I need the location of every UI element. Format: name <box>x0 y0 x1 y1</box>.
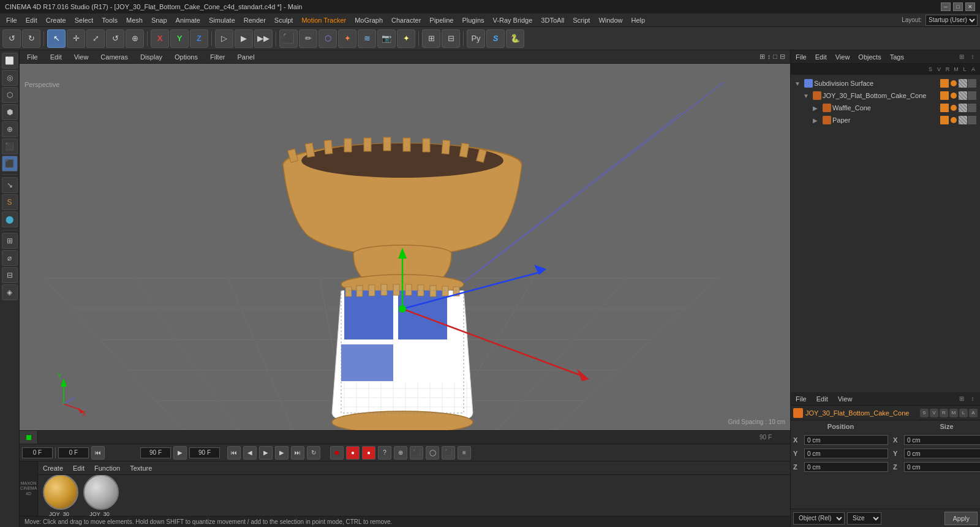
start-frame-input[interactable] <box>58 447 89 458</box>
menu-mesh[interactable]: Mesh <box>123 15 146 25</box>
render-preview-button[interactable]: ▷ <box>215 29 233 48</box>
menu-tools[interactable]: Tools <box>98 15 121 25</box>
end-frame-input-1[interactable] <box>140 447 171 458</box>
goto-start-btn[interactable]: ⏮ <box>227 446 241 460</box>
menu-snap[interactable]: Snap <box>148 15 171 25</box>
obj-badge-checker2[interactable] <box>959 91 967 100</box>
props-badge-4[interactable]: M <box>949 409 958 417</box>
obj-badge-j1[interactable] <box>940 91 949 100</box>
y-axis-button[interactable]: Y <box>170 29 189 48</box>
environ-button[interactable]: ≋ <box>358 29 376 48</box>
menu-sculpt[interactable]: Sculpt <box>271 15 297 25</box>
menu-edit[interactable]: Edit <box>22 15 41 25</box>
left-tool-point[interactable]: ⊕ <box>2 121 18 137</box>
x-axis-button[interactable]: X <box>151 29 169 48</box>
record-ques-btn[interactable]: ? <box>378 446 391 460</box>
obj-badge-checker4[interactable] <box>959 116 967 124</box>
props-size-y-input[interactable] <box>904 449 980 458</box>
props-badge-1[interactable]: S <box>920 409 929 417</box>
obj-badge-gray2[interactable] <box>968 91 976 100</box>
left-tool-s2[interactable]: S <box>2 194 18 210</box>
vp-menu-view[interactable]: View <box>72 52 91 62</box>
obj-row-waffle[interactable]: ▶ Waffle_Cone <box>793 102 978 114</box>
obj-badge-p1[interactable] <box>940 116 949 124</box>
menu-create[interactable]: Create <box>42 15 70 25</box>
menu-window[interactable]: Window <box>595 15 626 25</box>
obj-expand-subdivision[interactable]: ▼ <box>794 80 803 87</box>
props-size-z-input[interactable] <box>904 462 980 472</box>
menu-character[interactable]: Character <box>388 15 424 25</box>
props-pos-x-input[interactable] <box>804 435 888 445</box>
play-btn[interactable]: ▶ <box>259 446 273 460</box>
obj-badge-s1[interactable] <box>940 79 949 88</box>
undo-button[interactable]: ↺ <box>2 29 21 48</box>
obj-icon-1[interactable]: ⊞ <box>957 52 967 62</box>
python-icon-button[interactable]: 🐍 <box>506 29 524 48</box>
move-view-button[interactable]: ⊞ <box>422 29 440 48</box>
menu-animate[interactable]: Animate <box>172 15 204 25</box>
vp-icon-arrow-down[interactable]: ↕ <box>767 53 771 61</box>
key-stop-btn[interactable]: ⬛ <box>442 446 455 460</box>
menu-file[interactable]: File <box>2 15 21 25</box>
record-pos-btn[interactable]: ● <box>346 446 360 460</box>
vp-icon-collapse[interactable]: ⊟ <box>780 53 785 61</box>
spline-button[interactable]: ✏ <box>299 29 317 48</box>
material-swatch-1[interactable] <box>43 475 78 510</box>
layout-dropdown[interactable]: Startup (User) <box>925 15 978 26</box>
loop-btn[interactable]: ↻ <box>307 446 320 460</box>
left-tool-poly[interactable]: ⬡ <box>2 87 18 103</box>
record-rot-btn[interactable]: ● <box>362 446 375 460</box>
left-tool-magnet[interactable]: ↘ <box>2 177 18 193</box>
group-button[interactable]: ⊟ <box>442 29 460 48</box>
transform-button[interactable]: ⊕ <box>126 29 144 48</box>
obj-badge-checker1[interactable] <box>959 79 967 88</box>
vp-menu-filter[interactable]: Filter <box>208 52 227 62</box>
left-tool-material[interactable]: ◈ <box>2 284 18 300</box>
left-tool-edge[interactable]: ⬢ <box>2 104 18 120</box>
props-size-x-input[interactable] <box>904 435 980 445</box>
key-play-btn[interactable]: ◯ <box>426 446 439 460</box>
menu-plugins[interactable]: Plugins <box>458 15 488 25</box>
maximize-button[interactable]: □ <box>953 2 963 11</box>
py-button[interactable]: Py <box>467 29 485 48</box>
menu-help[interactable]: Help <box>628 15 649 25</box>
obj-row-subdivision[interactable]: ▼ Subdivision Surface <box>793 77 978 89</box>
obj-menu-file[interactable]: File <box>793 52 809 62</box>
goto-end-btn[interactable]: ⏭ <box>291 446 304 460</box>
next-frame-btn[interactable]: ▶ <box>275 446 288 460</box>
cube-button[interactable]: ⬛ <box>279 29 298 48</box>
viewport[interactable]: File Edit View Cameras Display Options F… <box>20 50 790 430</box>
deformer-button[interactable]: ✦ <box>338 29 356 48</box>
menu-render[interactable]: Render <box>240 15 270 25</box>
close-button[interactable]: ✕ <box>965 2 975 11</box>
mat-menu-edit[interactable]: Edit <box>70 463 87 473</box>
props-menu-file[interactable]: File <box>793 394 809 404</box>
obj-icon-2[interactable]: ↕ <box>968 52 978 62</box>
vp-menu-edit[interactable]: Edit <box>48 52 64 62</box>
menu-motion-tracker[interactable]: Motion Tracker <box>298 15 350 25</box>
prev-frame-btn[interactable]: ◀ <box>243 446 257 460</box>
menu-simulate[interactable]: Simulate <box>205 15 239 25</box>
props-badge-2[interactable]: V <box>930 409 938 417</box>
mat-menu-create[interactable]: Create <box>40 463 66 473</box>
light-button[interactable]: ✦ <box>397 29 415 48</box>
props-badge-3[interactable]: R <box>940 409 948 417</box>
obj-row-joy30[interactable]: ▼ JOY_30_Flat_Bottom_Cake_Cone <box>793 89 978 102</box>
menu-select[interactable]: Select <box>71 15 97 25</box>
minimize-button[interactable]: ─ <box>941 2 951 11</box>
camera-button[interactable]: 📷 <box>377 29 396 48</box>
props-menu-view[interactable]: View <box>835 394 855 404</box>
mat-menu-texture[interactable]: Texture <box>127 463 154 473</box>
props-pos-y-input[interactable] <box>804 449 888 458</box>
scale-tool-button[interactable]: ⤢ <box>86 29 105 48</box>
motion-clip-btn[interactable]: ≡ <box>458 446 471 460</box>
left-tool-live[interactable]: ⬛ <box>2 138 18 154</box>
vp-menu-display[interactable]: Display <box>138 52 165 62</box>
left-tool-select[interactable]: ⬛ <box>2 156 18 172</box>
left-tool-brush[interactable]: ⌀ <box>2 250 18 266</box>
left-tool-sculpt[interactable]: ⬤ <box>2 211 18 227</box>
record-btn[interactable]: ⏺ <box>330 446 344 460</box>
obj-menu-view[interactable]: View <box>833 52 853 62</box>
render-button[interactable]: ▶ <box>235 29 253 48</box>
menu-mograph[interactable]: MoGraph <box>351 15 386 25</box>
